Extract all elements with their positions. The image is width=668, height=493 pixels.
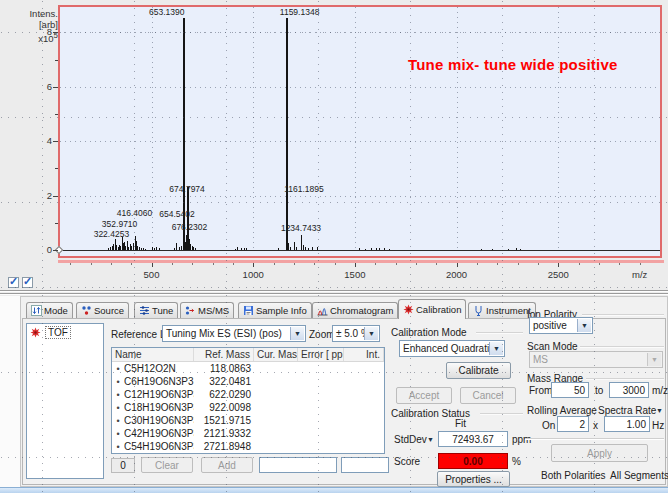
zooming-combo[interactable]: ± 5.0 % ▼ [332, 325, 380, 342]
spectra-rate-value-field[interactable]: 1.00 [604, 416, 650, 432]
spectrum-peak [294, 242, 295, 250]
x-axis-tick-label: 1500 [337, 269, 373, 280]
table-row[interactable]: •C30H19O6N3P3F...1521.9715 [112, 414, 384, 427]
spectrum-annotation: Tune mix- tune wide positive [408, 56, 618, 73]
table-row[interactable]: •C6H19O6N3P3322.0481 [112, 375, 384, 388]
spectrum-peak [359, 248, 360, 250]
add-mass-field-2[interactable] [341, 457, 389, 473]
spectrum-toggle-checkbox-2[interactable] [22, 277, 33, 288]
y-axis-tick-label: 8 [26, 26, 52, 37]
tab-msms-label: MS/MS [198, 305, 229, 316]
row-ref-mass: 1521.9715 [194, 415, 254, 426]
spectrum-peak [159, 248, 160, 250]
chromatogram-icon [317, 305, 328, 316]
tab-sample-info[interactable]: Sample Info [238, 302, 312, 318]
tab-tune[interactable]: Tune [134, 302, 178, 318]
spectrum-peak [278, 248, 279, 250]
spectrum-toggle-checkbox-1[interactable] [8, 277, 19, 288]
spectrum-peak [145, 249, 146, 250]
scan-mode-combo[interactable]: MS ▼ [529, 351, 663, 368]
row-ref-mass: 2121.9332 [194, 428, 254, 439]
chevron-down-icon[interactable]: ▼ [489, 342, 503, 355]
tab-instrument[interactable]: Instrument [468, 302, 536, 318]
spectrum-peak [108, 248, 109, 250]
rolling-average-value-field[interactable]: 2 [557, 416, 589, 432]
spectrum-plot[interactable]: 653.13901159.1348674.7974654.5402676.230… [58, 5, 662, 258]
tab-mode-label: Mode [44, 305, 68, 316]
mass-range-to-field[interactable]: 3000 [609, 382, 649, 398]
x-axis-tick-label: 2500 [540, 269, 576, 280]
accept-button[interactable]: Accept [396, 387, 452, 404]
spectra-rate-unit-label: Hz [652, 420, 664, 431]
row-name: C30H19O6N3P3F... [124, 415, 194, 426]
stddev-label: StdDev [394, 434, 427, 445]
all-segments-label: All Segments [610, 470, 668, 481]
table-row[interactable]: •C12H19O6N3P3F...622.0290 [112, 388, 384, 401]
y-axis-major-tick [53, 196, 58, 197]
x-axis-minor-tick [70, 263, 71, 265]
row-bullet-icon: • [112, 416, 124, 426]
x-axis-baseline [60, 250, 660, 251]
table-row[interactable]: •C5H12O2N118.0863 [112, 362, 384, 375]
peak-label: 416.4060 [117, 208, 152, 218]
table-row[interactable]: •C18H19O6N3P3F...922.0098 [112, 401, 384, 414]
spectrum-peak [244, 248, 245, 250]
spectrum-peak [371, 248, 372, 250]
cancel-button[interactable]: Cancel [460, 387, 516, 404]
peak-label: 674.7974 [169, 184, 204, 194]
app-window: Intens. [arb] x105 653.13901159.1348674.… [0, 0, 668, 493]
tab-chromatogram[interactable]: Chromatogram [312, 302, 398, 318]
score-label: Score [394, 456, 420, 467]
ion-polarity-combo[interactable]: positive ▼ [529, 317, 593, 334]
table-header: Name Ref. Mass Cur. Mass Error [ ppm ] I… [112, 348, 384, 362]
y-axis-minor-tick [55, 60, 58, 61]
calibrate-button[interactable]: Calibrate [446, 362, 511, 379]
row-name: C5H12O2N [124, 363, 194, 374]
x-axis-minor-tick [233, 263, 234, 265]
add-button[interactable]: Add [201, 457, 253, 473]
gridline-x [558, 7, 559, 250]
spectrum-peak [303, 245, 304, 250]
y-axis-tick-label: 4 [26, 135, 52, 146]
x-axis-minor-tick [213, 263, 214, 265]
properties-button[interactable]: Properties ... [437, 471, 510, 487]
clear-button[interactable]: Clear [141, 457, 193, 473]
calibration-mode-combo[interactable]: Enhanced Quadratic ▼ [399, 340, 505, 357]
chevron-down-icon: ▼ [647, 353, 661, 366]
msms-icon [185, 305, 196, 316]
mass-range-from-field[interactable]: 50 [551, 382, 589, 398]
tab-source[interactable]: Source [76, 302, 129, 318]
x-axis-minor-tick [375, 263, 376, 265]
scan-mode-value: MS [533, 354, 548, 365]
spectra-rate-dropdown-icon[interactable]: ▼ [656, 407, 663, 414]
reference-list-combo[interactable]: Tuning Mix ES (ESI) (pos) ▼ [162, 325, 306, 342]
tab-msms[interactable]: MS/MS [180, 302, 234, 318]
row-ref-mass: 118.0863 [194, 363, 254, 374]
device-list-item-tof[interactable]: TOF [27, 324, 103, 341]
add-mass-field[interactable] [259, 457, 337, 473]
tab-calibration[interactable]: Calibration [398, 299, 466, 319]
stddev-value-field: 72493.67 [438, 431, 508, 447]
calibration-mode-caption: Calibration Mode [391, 327, 467, 338]
table-row[interactable]: •C42H19O6N3P3F...2121.9332 [112, 427, 384, 440]
spectrum-peak [365, 249, 366, 250]
spectrum-peak [308, 248, 309, 250]
spectrum-peak [516, 248, 517, 250]
row-name: C42H19O6N3P3F... [124, 428, 194, 439]
chevron-down-icon[interactable]: ▼ [577, 319, 591, 332]
peak-label: 322.4253 [94, 229, 129, 239]
device-listbox[interactable]: TOF [26, 323, 104, 479]
peak-label: 654.5402 [159, 209, 194, 219]
apply-button[interactable]: Apply [551, 444, 648, 462]
stddev-dropdown-icon[interactable]: ▼ [427, 436, 434, 443]
chevron-down-icon[interactable]: ▼ [290, 327, 304, 340]
chevron-down-icon[interactable]: ▼ [364, 327, 378, 340]
x-axis-minor-tick [91, 263, 92, 265]
peak-label: 1159.1348 [280, 7, 320, 17]
tab-mode[interactable]: Mode [26, 302, 73, 318]
table-row[interactable]: •C54H19O6N3P3F...2721.8948 [112, 440, 384, 453]
row-bullet-icon: • [112, 403, 124, 413]
row-name: C6H19O6N3P3 [124, 376, 194, 387]
x-axis-unit-label: m/z [632, 269, 647, 280]
spectrum-peak [312, 247, 313, 250]
